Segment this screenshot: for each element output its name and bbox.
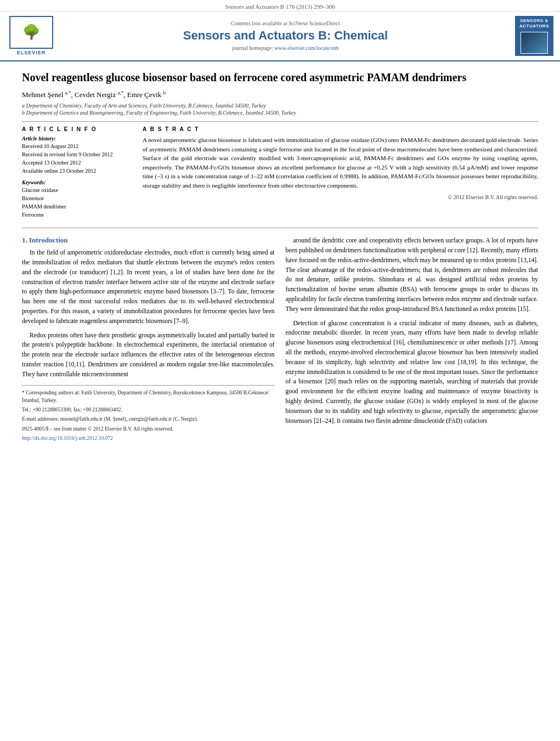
email-label: E-mail addresses:: [22, 416, 59, 422]
author-names: Mehmet Şenel a,*, Cevdet Nergiz a,*, Emr…: [22, 90, 166, 99]
article-info-heading: A R T I C L E I N F O: [22, 126, 132, 132]
elsevier-brand-text: ELSEVIER: [17, 50, 46, 55]
abstract-text: A novel amperometric glucose biosensor i…: [143, 135, 538, 201]
intro-para-3: around the dendritic core and cooperativ…: [286, 236, 539, 314]
journal-title-area: Contents lists available at SciVerse Sci…: [61, 16, 510, 56]
affiliations: a Department of Chemistry, Faculty of Ar…: [22, 103, 538, 116]
article-body: Novel reagentless glucose biosensor base…: [0, 61, 560, 741]
article-info-panel: A R T I C L E I N F O Article history: R…: [22, 126, 132, 223]
authors-line: Mehmet Şenel a,*, Cevdet Nergiz a,*, Emr…: [22, 90, 538, 99]
intro-para-1: In the field of amperometric oxidoreduct…: [22, 248, 275, 326]
available-date: Available online 23 October 2012: [22, 167, 132, 175]
page: Sensors and Actuators B 176 (2013) 299–3…: [0, 0, 560, 741]
cover-thumbnail: [521, 32, 548, 54]
affiliation-a: a Department of Chemistry, Faculty of Ar…: [22, 103, 538, 109]
journal-name: Sensors and Actuators B: Chemical: [183, 29, 388, 43]
left-column: 1. Introduction In the field of amperome…: [22, 236, 275, 444]
email-2: cnergiz@fatih.edu.tr (C. Nergiz).: [129, 416, 198, 422]
email-1: msenel@fatih.edu.tr (M. Şenel),: [60, 416, 128, 422]
contents-line: Contents lists available at SciVerse Sci…: [231, 20, 340, 26]
keyword-1: Glucose oxidase: [22, 186, 132, 194]
elsevier-logo-box: 🌳: [9, 16, 53, 49]
section-1-body-right: around the dendritic core and cooperativ…: [286, 236, 539, 426]
received-date: Received 10 August 2012: [22, 143, 132, 150]
accepted-date: Accepted 13 October 2012: [22, 159, 132, 167]
footnote-doi: http://dx.doi.org/10.1016/j.snb.2012.10.…: [22, 434, 275, 442]
top-bar: Sensors and Actuators B 176 (2013) 299–3…: [0, 0, 560, 12]
main-content: 1. Introduction In the field of amperome…: [22, 236, 538, 444]
homepage-link[interactable]: www.elsevier.com/locate/snb: [275, 45, 339, 51]
intro-para-4: Detection of glucose concentration is a …: [286, 319, 539, 426]
footnote-email: E-mail addresses: msenel@fatih.edu.tr (M…: [22, 415, 275, 423]
info-abstract-section: A R T I C L E I N F O Article history: R…: [22, 126, 538, 223]
divider-2: [22, 228, 538, 228]
section-1-title: 1. Introduction: [22, 236, 275, 245]
journal-homepage: journal homepage: www.elsevier.com/locat…: [232, 45, 338, 51]
keyword-4: Ferrocene: [22, 211, 132, 219]
article-title: Novel reagentless glucose biosensor base…: [22, 70, 538, 84]
article-history: Article history: Received 10 August 2012…: [22, 135, 132, 175]
abstract-body: A novel amperometric glucose biosensor i…: [143, 135, 538, 190]
journal-header: 🌳 ELSEVIER Contents lists available at S…: [0, 12, 560, 61]
section-1-body-left: In the field of amperometric oxidoreduct…: [22, 248, 275, 380]
keywords-section: Keywords: Glucose oxidase Biosensor PAMA…: [22, 179, 132, 219]
copyright-line: © 2012 Elsevier B.V. All rights reserved…: [143, 193, 538, 201]
keywords-label: Keywords:: [22, 179, 132, 185]
intro-para-2: Redox proteins often have their prosthet…: [22, 331, 275, 380]
footnote-issn: 0925-4005/$ – see front matter © 2012 El…: [22, 425, 275, 433]
abstract-panel: A B S T R A C T A novel amperometric glu…: [143, 126, 538, 223]
received-revised-date: Received in revised form 9 October 2012: [22, 151, 132, 159]
footnote-tel: Tel.: +90 21288653300; fax: +90 21288663…: [22, 406, 275, 414]
abstract-heading: A B S T R A C T: [143, 126, 538, 132]
journal-citation: Sensors and Actuators B 176 (2013) 299–3…: [225, 3, 335, 10]
keyword-2: Biosensor: [22, 195, 132, 202]
affiliation-b: b Department of Genetics and Bioengineer…: [22, 110, 538, 116]
keyword-3: PAMAM dendrimer: [22, 203, 132, 211]
history-label: Article history:: [22, 135, 132, 142]
footnote-star: * Corresponding authors at: Fatih Univer…: [22, 389, 275, 405]
right-column: around the dendritic core and cooperativ…: [286, 236, 539, 444]
journal-cover-image: SENSORS &ACTUATORS: [515, 16, 553, 56]
elsevier-tree-icon: 🌳: [22, 25, 40, 39]
elsevier-logo: 🌳 ELSEVIER: [7, 16, 56, 56]
divider-1: [22, 121, 538, 122]
footnotes: * Corresponding authors at: Fatih Univer…: [22, 385, 275, 443]
cover-title-text: SENSORS &ACTUATORS: [519, 18, 549, 30]
